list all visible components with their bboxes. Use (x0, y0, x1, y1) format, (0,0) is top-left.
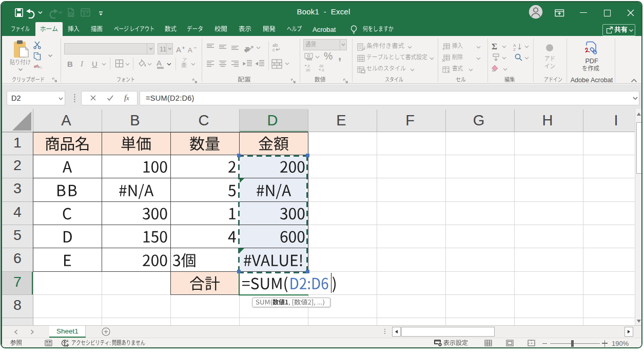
svg-text:.00: .00 (305, 68, 310, 72)
svg-text:.0: .0 (307, 64, 310, 68)
svg-text:.0: .0 (321, 68, 324, 72)
svg-text:ab: ab (244, 45, 250, 52)
svg-text:Z: Z (513, 47, 516, 51)
svg-text:A: A (176, 45, 181, 53)
svg-text:.00: .00 (319, 64, 323, 68)
svg-text:c: c (272, 47, 275, 52)
svg-text:A: A (188, 46, 192, 53)
